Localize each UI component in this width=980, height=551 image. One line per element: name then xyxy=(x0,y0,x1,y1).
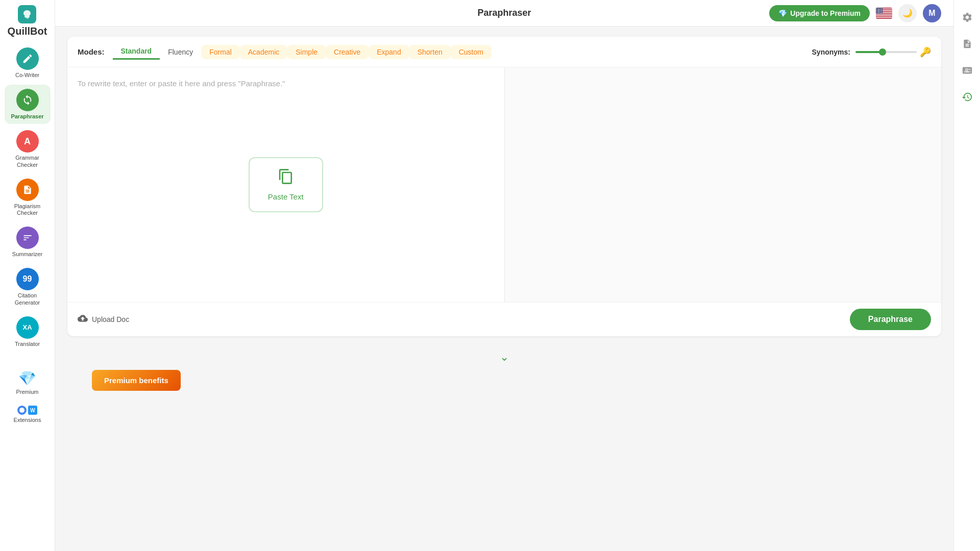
translator-icon: XA xyxy=(16,316,39,339)
citation-icon: 99 xyxy=(16,268,39,290)
input-placeholder: To rewrite text, enter or paste it here … xyxy=(78,78,494,90)
upload-doc-button[interactable]: Upload Doc xyxy=(78,313,129,326)
sidebar-label-summarizer: Summarizer xyxy=(12,251,42,258)
sidebar-item-summarizer[interactable]: Summarizer xyxy=(5,222,51,262)
sidebar-label-plagiarism: Plagiarism Checker xyxy=(7,203,48,216)
slider-end-icon: 🔑 xyxy=(920,46,931,58)
mode-creative-button[interactable]: Creative xyxy=(326,45,369,59)
sidebar-label-paraphraser: Paraphraser xyxy=(11,113,43,120)
premium-benefits-label: Premium benefits xyxy=(104,376,168,385)
right-sidebar xyxy=(953,0,980,551)
upgrade-label: Upgrade to Premium xyxy=(790,9,861,17)
sidebar-item-translator[interactable]: XA Translator xyxy=(5,312,51,352)
header-wrapper: Paraphraser 💎 Upgrade to Premium ★ xyxy=(67,4,941,22)
user-avatar-button[interactable]: M xyxy=(923,4,941,22)
left-sidebar: QuillBot Co-Writer Paraphraser A Grammar… xyxy=(0,0,55,551)
paste-text-button[interactable]: Paste Text xyxy=(249,157,323,212)
premium-icon: 💎 xyxy=(18,370,36,387)
svg-rect-4 xyxy=(876,13,892,14)
premium-benefits-button[interactable]: Premium benefits xyxy=(92,370,181,391)
upload-doc-label: Upload Doc xyxy=(92,315,129,323)
content-area: Modes: Standard Fluency Formal Academic … xyxy=(55,27,953,551)
synonyms-slider[interactable] xyxy=(855,51,917,53)
header: Paraphraser 💎 Upgrade to Premium ★ xyxy=(55,0,953,27)
history-icon-button[interactable] xyxy=(958,88,976,106)
bottom-section: ⌄ Premium benefits xyxy=(67,342,941,399)
editor-area: To rewrite text, enter or paste it here … xyxy=(67,67,941,302)
mode-simple-button[interactable]: Simple xyxy=(287,45,326,59)
logo-text: QuillBot xyxy=(8,26,47,37)
sidebar-item-extensions[interactable]: W Extensions xyxy=(5,402,51,428)
sidebar-label-premium: Premium xyxy=(16,389,38,395)
input-panel: To rewrite text, enter or paste it here … xyxy=(67,67,505,302)
language-flag[interactable]: ★★★★★ ★★★★ ★★★★★ ★★★★ ★★★★★ xyxy=(876,8,892,19)
chevron-down-icon[interactable]: ⌄ xyxy=(500,350,509,363)
extensions-icon: W xyxy=(17,406,37,415)
paraphrase-label: Paraphrase xyxy=(868,315,913,323)
mode-fluency-button[interactable]: Fluency xyxy=(160,45,201,59)
svg-text:★: ★ xyxy=(881,11,883,13)
sidebar-item-grammar[interactable]: A Grammar Checker xyxy=(5,126,51,172)
mode-academic-button[interactable]: Academic xyxy=(240,45,287,59)
upgrade-premium-button[interactable]: 💎 Upgrade to Premium xyxy=(769,5,870,21)
settings-icon-button[interactable] xyxy=(958,8,976,27)
modes-bar: Modes: Standard Fluency Formal Academic … xyxy=(67,37,941,67)
sidebar-item-cowriter[interactable]: Co-Writer xyxy=(5,43,51,83)
grammar-icon: A xyxy=(16,130,39,153)
mode-expand-button[interactable]: Expand xyxy=(369,45,409,59)
logo[interactable]: QuillBot xyxy=(8,5,47,37)
diamond-icon: 💎 xyxy=(778,9,787,17)
plagiarism-icon xyxy=(16,179,39,201)
mode-shorten-button[interactable]: Shorten xyxy=(409,45,451,59)
mode-standard-button[interactable]: Standard xyxy=(113,44,160,60)
sidebar-item-citation[interactable]: 99 Citation Generator xyxy=(5,264,51,310)
svg-rect-6 xyxy=(876,17,892,18)
modes-label: Modes: xyxy=(78,47,105,56)
synonyms-label: Synonyms: xyxy=(812,48,850,56)
paraphraser-icon xyxy=(16,89,39,111)
page-title: Paraphraser xyxy=(477,8,531,18)
document-icon-button[interactable] xyxy=(958,35,976,53)
theme-toggle-button[interactable]: 🌙 xyxy=(898,4,917,22)
sidebar-item-paraphraser[interactable]: Paraphraser xyxy=(5,85,51,124)
summarizer-icon xyxy=(16,227,39,249)
sidebar-label-citation: Citation Generator xyxy=(7,292,48,306)
synonyms-slider-group: 🔑 xyxy=(855,46,931,58)
paste-text-label: Paste Text xyxy=(268,192,304,201)
keyboard-icon-button[interactable] xyxy=(958,61,976,80)
upload-icon xyxy=(78,313,88,326)
sidebar-label-translator: Translator xyxy=(15,341,40,347)
sidebar-item-plagiarism[interactable]: Plagiarism Checker xyxy=(5,174,51,220)
tool-panel: Modes: Standard Fluency Formal Academic … xyxy=(67,37,941,336)
synonyms-section: Synonyms: 🔑 xyxy=(812,46,931,58)
paraphrase-button[interactable]: Paraphrase xyxy=(850,309,931,330)
sidebar-label-cowriter: Co-Writer xyxy=(15,72,39,79)
sidebar-label-grammar: Grammar Checker xyxy=(7,155,48,168)
logo-icon xyxy=(18,5,36,23)
main-content: Paraphraser 💎 Upgrade to Premium ★ xyxy=(55,0,953,551)
clipboard-icon xyxy=(278,168,294,188)
sidebar-label-extensions: Extensions xyxy=(14,417,41,423)
mode-custom-button[interactable]: Custom xyxy=(451,45,492,59)
svg-rect-5 xyxy=(876,15,892,16)
sidebar-item-premium[interactable]: 💎 Premium xyxy=(5,366,51,399)
cowriter-icon xyxy=(16,47,39,70)
output-panel xyxy=(505,67,942,302)
header-right: 💎 Upgrade to Premium ★★★★★ ★★★★ ★★★★ xyxy=(769,4,941,22)
slider-thumb xyxy=(879,48,886,56)
bottom-bar: Upload Doc Paraphrase xyxy=(67,302,941,336)
mode-formal-button[interactable]: Formal xyxy=(201,45,240,59)
